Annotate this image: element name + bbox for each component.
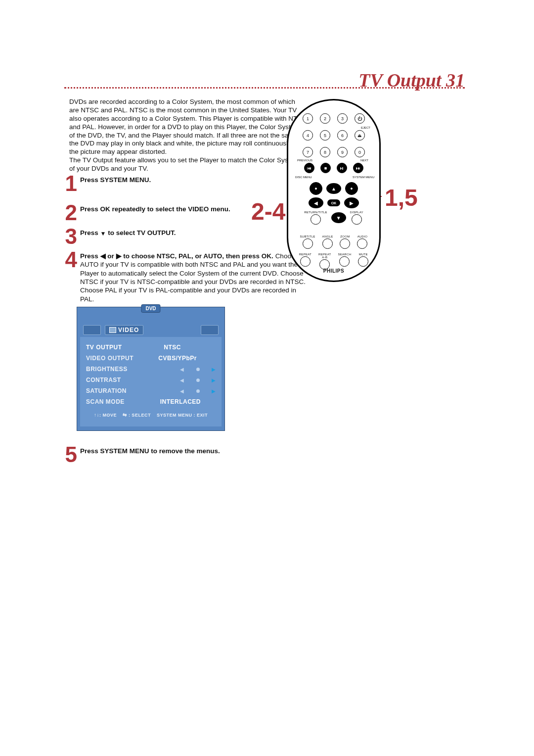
- remote-eject-button: ⏏: [355, 130, 365, 141]
- disc-menu-label: DISC MENU: [295, 176, 312, 179]
- zoom-label: ZOOM: [340, 235, 350, 238]
- video-tab-icon: [109, 327, 116, 333]
- leftright-arrow-icon: ⇆: [123, 412, 129, 418]
- step-bold: Press OK repeatedly to select the VIDEO …: [80, 205, 230, 213]
- callout-right: 1,5: [385, 184, 418, 211]
- step-number: 5: [59, 445, 77, 464]
- remote-next-button: ⏭: [353, 163, 363, 173]
- title-divider: [64, 87, 465, 89]
- remote-key-2: 2: [320, 113, 330, 124]
- menu-item-label: SCAN MODE: [86, 398, 125, 405]
- remote-system-menu-button: ●: [345, 182, 358, 195]
- menu-row-saturation: SATURATION ◀▶: [86, 385, 216, 396]
- remote-key-0: 0: [355, 147, 365, 157]
- audio-label: AUDIO: [357, 235, 368, 238]
- angle-label: ANGLE: [322, 235, 333, 238]
- slider-icon: ◀▶: [180, 378, 216, 383]
- search-label: SEARCH: [338, 253, 351, 256]
- menu-item-label: CONTRAST: [86, 377, 121, 383]
- menu-hints: ↑↓: MOVE ⇆ : SELECT SYSTEM MENU : EXIT: [86, 412, 216, 418]
- callout-left: 2-4: [251, 198, 285, 225]
- repeat-label: REPEAT: [299, 253, 312, 256]
- repeat-ab-label: REPEAT A-B: [318, 253, 331, 259]
- step-number: 4: [59, 250, 77, 269]
- manual-page: TV Output 31 DVDs are recorded according…: [0, 0, 534, 756]
- step-bold-pre: Press: [80, 252, 100, 260]
- menu-item-value: NTSC: [164, 344, 181, 351]
- menu-row-scan-mode: SCAN MODE INTERLACED: [86, 396, 216, 407]
- step-bold-pre: Press: [80, 229, 100, 236]
- remote-key-1: 1: [303, 113, 313, 124]
- return-title-label: RETURN/TITLE: [304, 211, 327, 214]
- remote-key-6: 6: [337, 130, 348, 141]
- brand-logo: PHILIPS: [288, 268, 379, 274]
- remote-prev-button: ⏮: [304, 163, 314, 173]
- remote-key-5: 5: [320, 130, 330, 141]
- step-5: 5 Press SYSTEM MENU to remove the menus.: [59, 445, 307, 464]
- remote-zoom-button: [340, 238, 350, 249]
- menu-item-value: INTERLACED: [160, 398, 201, 405]
- menu-item-label: BRIGHTNESS: [86, 366, 128, 373]
- menu-body: TV OUTPUT NTSC VIDEO OUTPUT CVBS/YPbPr B…: [80, 337, 222, 426]
- hint-select: : SELECT: [129, 413, 151, 418]
- remote-playpause-button: ⏯: [337, 163, 347, 173]
- menu-row-tv-output: TV OUTPUT NTSC: [86, 342, 216, 353]
- remote-stop-button: ■: [320, 163, 331, 173]
- system-menu-label: SYSTEM MENU: [353, 176, 374, 179]
- remote-search-button: [339, 256, 350, 267]
- remote-illustration: 1 2 3 ⏻ EJECT 4 5 6 ⏏ 7 8 9 0 PREVIOUS N…: [287, 99, 381, 282]
- step-number: 3: [59, 227, 77, 245]
- hint-move: : MOVE: [99, 413, 117, 418]
- remote-key-3: 3: [337, 113, 348, 124]
- step-5-block: 5 Press SYSTEM MENU to remove the menus.: [59, 445, 307, 469]
- step-1: 1 Press SYSTEM MENU.: [59, 174, 307, 192]
- previous-label: PREVIOUS: [297, 159, 312, 162]
- eject-label: EJECT: [361, 126, 370, 129]
- step-4: 4 Press ◀ or ▶ to choose NTSC, PAL, or A…: [59, 250, 307, 303]
- remote-disc-menu-button: ●: [310, 182, 322, 195]
- steps-list: 1 Press SYSTEM MENU. 2 Press OK repeated…: [59, 174, 307, 308]
- step-bold-post: to choose NTSC, PAL, or AUTO, then press…: [122, 252, 273, 260]
- remote-right-button: ▶: [344, 197, 359, 208]
- step-bold: Press SYSTEM MENU to remove the menus.: [80, 447, 220, 455]
- remote-left-button: ◀: [309, 197, 323, 208]
- remote-up-button: ▲: [326, 183, 341, 194]
- slider-icon: ◀▶: [180, 388, 216, 394]
- menu-tab-general-icon: [83, 325, 101, 335]
- video-tab-label: VIDEO: [118, 327, 139, 333]
- menu-tab-display-icon: [201, 325, 219, 335]
- remote-ok-button: OK: [327, 199, 340, 206]
- intro-p1: DVDs are recorded according to a Color S…: [69, 98, 307, 156]
- intro-p2: The TV Output feature allows you to set …: [69, 156, 307, 173]
- left-right-arrow-icon: ◀ or ▶: [100, 252, 122, 260]
- menu-item-value: CVBS/YPbPr: [158, 355, 197, 362]
- menu-row-brightness: BRIGHTNESS ◀▶: [86, 364, 216, 375]
- remote-key-8: 8: [320, 147, 330, 157]
- remote-audio-button: [357, 238, 367, 249]
- updown-arrow-icon: ↑↓: [94, 412, 99, 418]
- display-label: DISPLAY: [350, 211, 363, 214]
- dvd-badge: DVD: [141, 304, 160, 313]
- subtitle-label: SUBTITLE: [300, 235, 315, 238]
- menu-item-label: VIDEO OUTPUT: [86, 355, 134, 362]
- hint-exit: SYSTEM MENU : EXIT: [157, 413, 208, 418]
- remote-nav-cluster: ● ▲ ● ◀ OK ▶ RETURN/TITLE ▼ DISPLAY: [288, 182, 379, 225]
- menu-tab-video: VIDEO: [105, 325, 143, 335]
- down-arrow-icon: ▼: [100, 230, 106, 237]
- remote-key-4: 4: [303, 130, 313, 141]
- remote-down-button: ▼: [331, 212, 346, 223]
- remote-key-7: 7: [303, 147, 313, 157]
- remote-key-9: 9: [337, 147, 348, 157]
- mute-label: MUTE: [359, 253, 368, 256]
- step-rest: Choose AUTO if your TV is compatible wit…: [80, 252, 306, 302]
- remote-display-button: [352, 214, 362, 225]
- remote-repeat-button: [300, 256, 311, 267]
- menu-tabbar: VIDEO: [83, 325, 219, 335]
- menu-row-video-output: VIDEO OUTPUT CVBS/YPbPr: [86, 353, 216, 364]
- osd-menu-screenshot: DVD VIDEO TV OUTPUT NTSC VIDEO OUTPUT CV…: [77, 307, 225, 431]
- remote-subtitle-button: [303, 238, 313, 249]
- slider-icon: ◀▶: [180, 367, 216, 372]
- step-bold-post: to select TV OUTPUT.: [106, 229, 176, 236]
- step-3: 3 Press ▼ to select TV OUTPUT.: [59, 227, 307, 245]
- remote-angle-button: [322, 238, 333, 249]
